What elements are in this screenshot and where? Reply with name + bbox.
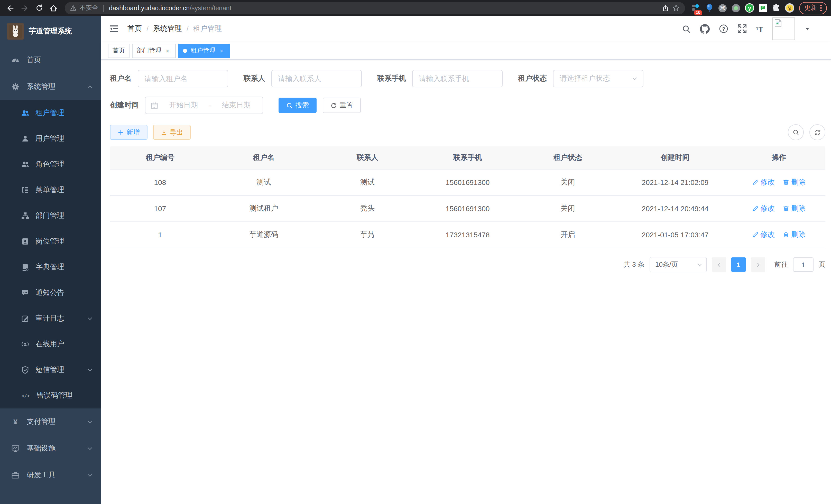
delete-label: 删除: [791, 178, 806, 187]
search-button[interactable]: 搜索: [279, 98, 317, 113]
breadcrumb-system[interactable]: 系统管理: [153, 24, 182, 33]
close-icon[interactable]: ×: [164, 47, 171, 54]
code-icon: </>: [21, 391, 30, 400]
edit-link[interactable]: 修改: [752, 230, 775, 239]
sidebar-item-dict[interactable]: 字典管理: [0, 254, 101, 280]
sidebar-collapse-icon[interactable]: [109, 24, 119, 34]
extension-balloon-icon[interactable]: [704, 2, 715, 13]
profile-avatar-icon[interactable]: [784, 2, 795, 13]
calendar-icon: [150, 101, 158, 109]
range-separator: -: [209, 101, 211, 110]
cell-mobile: 17321315478: [418, 222, 518, 248]
sidebar-item-menu[interactable]: 菜单管理: [0, 177, 101, 203]
cell-created: 2021-12-14 20:49:44: [618, 196, 732, 222]
sidebar-item-errcode[interactable]: </> 错误码管理: [0, 383, 101, 409]
rabbit-logo-icon: [9, 25, 22, 38]
tab-tenant[interactable]: 租户管理×: [178, 43, 230, 58]
dictionary-book-icon: [21, 263, 29, 271]
close-icon[interactable]: ×: [218, 47, 225, 54]
tenant-name-input[interactable]: [138, 70, 228, 87]
sidebar-item-system[interactable]: 系统管理: [0, 73, 101, 100]
chrome-menu-kebab-icon[interactable]: [820, 5, 822, 11]
prev-page-button[interactable]: [712, 258, 726, 272]
sidebar-item-pay[interactable]: ¥ 支付管理: [0, 409, 101, 435]
breadcrumb-separator: /: [187, 25, 189, 33]
edit-link[interactable]: 修改: [752, 178, 775, 187]
edit-pencil-icon: [752, 179, 759, 186]
mobile-input[interactable]: [412, 70, 503, 87]
edit-link[interactable]: 修改: [752, 204, 775, 213]
dashboard-gauge-icon: [11, 56, 20, 64]
tenant-table: 租户编号 租户名 联系人 联系手机 租户状态 创建时间 操作 108 测试: [110, 146, 825, 248]
status-label: 租户状态: [518, 74, 547, 83]
delete-link[interactable]: 删除: [783, 230, 806, 239]
breadcrumb-separator: /: [146, 25, 148, 33]
extension-cmd-icon[interactable]: ⌘: [717, 2, 728, 13]
address-bar[interactable]: 不安全 dashboard.yudao.iocoder.cn/system/te…: [65, 2, 685, 14]
tab-label: 首页: [113, 46, 125, 55]
page-number-current[interactable]: 1: [731, 258, 746, 272]
chevron-down-icon: [87, 473, 92, 478]
export-button[interactable]: 导出: [153, 125, 191, 140]
cell-status: 关闭: [518, 169, 618, 196]
search-icon: [792, 129, 799, 136]
sidebar-item-label: 岗位管理: [35, 237, 92, 246]
next-page-button[interactable]: [751, 258, 765, 272]
home-icon: [49, 4, 58, 12]
delete-link[interactable]: 删除: [783, 178, 806, 187]
help-icon[interactable]: ?: [719, 24, 728, 33]
status-select[interactable]: 请选择租户状态: [553, 70, 643, 87]
sidebar-item-infra[interactable]: 基础设施: [0, 435, 101, 462]
bookmark-star-icon[interactable]: [672, 4, 680, 12]
browser-reload-button[interactable]: [33, 2, 45, 14]
browser-forward-button[interactable]: [19, 2, 31, 14]
sidebar-item-post[interactable]: 岗位管理: [0, 229, 101, 254]
avatar-caret-icon[interactable]: [804, 26, 810, 32]
col-contact: 联系人: [317, 146, 418, 169]
font-size-icon[interactable]: тT: [756, 25, 763, 33]
extension-y-icon[interactable]: y: [744, 2, 755, 13]
header-search-icon[interactable]: [682, 24, 691, 33]
url-host: dashboard.yudao.iocoder.cn: [109, 4, 190, 11]
sidebar-item-dev[interactable]: 研发工具: [0, 462, 101, 488]
chevron-down-icon: [697, 262, 703, 267]
goto-page-input[interactable]: [793, 258, 813, 272]
share-icon[interactable]: [662, 4, 669, 11]
sidebar-item-audit[interactable]: 审计日志: [0, 306, 101, 331]
sidebar-item-sms[interactable]: 短信管理: [0, 357, 101, 383]
cell-tenant-name: 测试租户: [210, 196, 318, 222]
sidebar-item-role[interactable]: 角色管理: [0, 152, 101, 177]
add-button[interactable]: 新增: [110, 125, 147, 140]
sidebar-item-home[interactable]: 首页: [0, 47, 101, 73]
date-range-picker[interactable]: 开始日期 - 结束日期: [145, 97, 263, 114]
chrome-update-button[interactable]: 更新: [799, 2, 827, 14]
breadcrumb-home[interactable]: 首页: [127, 24, 142, 33]
extensions-puzzle-icon[interactable]: [770, 2, 782, 13]
reset-button-label: 重置: [340, 101, 353, 110]
extension-tampermonkey-icon[interactable]: 10: [690, 2, 701, 13]
contact-input[interactable]: [271, 70, 362, 87]
tab-dept[interactable]: 部门管理×: [132, 43, 176, 58]
tab-home[interactable]: 首页: [108, 43, 130, 58]
show-search-toggle-button[interactable]: [788, 124, 804, 140]
sidebar-item-dept[interactable]: 部门管理: [0, 203, 101, 229]
sidebar-item-user[interactable]: 用户管理: [0, 126, 101, 152]
sidebar-item-online[interactable]: 在线用户: [0, 331, 101, 357]
sidebar-item-tenant[interactable]: 租户管理: [0, 100, 101, 126]
page-unit-label: 页: [819, 260, 825, 269]
delete-link[interactable]: 删除: [783, 204, 806, 213]
extension-recorder-icon[interactable]: [730, 2, 742, 13]
comment-icon: [21, 289, 29, 297]
refresh-table-button[interactable]: [809, 124, 825, 140]
sidebar-item-notice[interactable]: 通知公告: [0, 280, 101, 306]
reset-button[interactable]: 重置: [323, 98, 361, 113]
browser-back-button[interactable]: [4, 2, 17, 14]
browser-home-button[interactable]: [47, 2, 60, 14]
page-size-select[interactable]: 10条/页: [650, 257, 707, 272]
fullscreen-icon[interactable]: [738, 24, 747, 33]
github-icon[interactable]: [700, 24, 710, 34]
search-button-label: 搜索: [295, 101, 309, 110]
extension-chat-icon[interactable]: [757, 2, 768, 13]
user-avatar[interactable]: [772, 18, 795, 40]
tab-label: 部门管理: [137, 46, 161, 55]
